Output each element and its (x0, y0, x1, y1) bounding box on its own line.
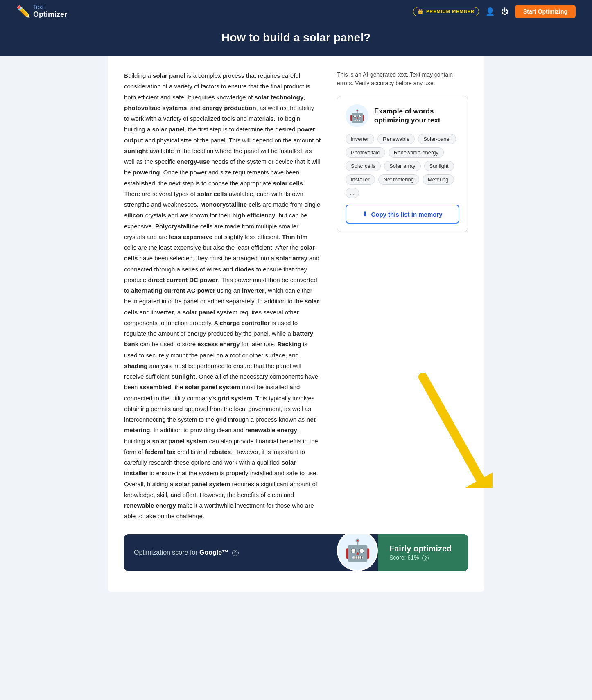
power-icon[interactable]: ⏻ (501, 7, 508, 16)
keyword-box-title: Example of words optimizing your text (374, 107, 459, 125)
optimization-help-icon[interactable]: ? (232, 550, 239, 556)
keyword-tag: Net metering (378, 174, 419, 185)
score-robot-emoji: 🤖 (344, 538, 371, 563)
optimization-score-text: Optimization score for (134, 549, 198, 556)
copy-list-button[interactable]: ⬇ Copy this list in memory (346, 205, 459, 224)
keyword-tag: Inverter (346, 134, 374, 144)
header: ✏️ Text Optimizer 👑 PREMIUM MEMBER 👤 ⏻ S… (0, 0, 592, 23)
score-percent: Score: 61% (389, 554, 419, 561)
keyword-tag: Solar array (384, 161, 421, 171)
google-label: Google™ (199, 549, 228, 556)
page-title-bar: How to build a solar panel? (0, 23, 592, 56)
copy-btn-label: Copy this list in memory (371, 211, 442, 218)
keyword-tags: InverterRenewableSolar-panelPhotovoltaic… (346, 134, 459, 198)
optimization-label: Optimization score for Google™ ? (134, 549, 327, 556)
copy-icon: ⬇ (362, 210, 368, 218)
score-value: Score: 61% ? (389, 554, 456, 561)
score-help-icon[interactable]: ? (422, 555, 429, 561)
score-bar: Optimization score for Google™ ? 🤖 Fairl… (124, 534, 468, 571)
content-grid: Building a solar panel is a complex proc… (124, 70, 468, 522)
score-title: Fairly optimized (389, 544, 456, 553)
keyword-tag: Renewable (377, 134, 415, 144)
robot-emoji: 🤖 (350, 109, 365, 123)
logo-text: Text Optimizer (33, 4, 67, 18)
keyword-tag: Solar-panel (418, 134, 456, 144)
score-robot-avatar: 🤖 (337, 534, 378, 571)
premium-icon: 👑 (418, 9, 424, 14)
keyword-tag-more[interactable]: ... (346, 188, 359, 198)
keyword-tag: Renewable-energy (389, 147, 444, 158)
header-right: 👑 PREMIUM MEMBER 👤 ⏻ Start Optimizing (413, 5, 576, 18)
robot-avatar: 🤖 (346, 104, 368, 127)
user-icon[interactable]: 👤 (486, 7, 495, 16)
keyword-tag: Sunlight (424, 161, 454, 171)
main-container: Building a solar panel is a complex proc… (108, 56, 484, 592)
premium-badge: 👑 PREMIUM MEMBER (413, 7, 479, 16)
logo-line1: Text (33, 4, 67, 10)
logo: ✏️ Text Optimizer (16, 4, 67, 18)
keyword-tag: Photovoltaic (346, 147, 385, 158)
sidebar: This is an AI-generated text. Text may c… (337, 70, 468, 522)
keyword-tag: Metering (423, 174, 454, 185)
keyword-tag: Solar cells (346, 161, 381, 171)
keyword-box-header: 🤖 Example of words optimizing your text (346, 104, 459, 127)
logo-line2: Optimizer (33, 11, 67, 19)
page-title: How to build a solar panel? (0, 31, 592, 44)
ai-notice: This is an AI-generated text. Text may c… (337, 70, 468, 88)
article-text: Building a solar panel is a complex proc… (124, 70, 321, 522)
logo-icon: ✏️ (16, 5, 31, 18)
keyword-box: 🤖 Example of words optimizing your text … (337, 96, 468, 232)
score-bar-left: Optimization score for Google™ ? (124, 542, 337, 564)
score-bar-right: Fairly optimized Score: 61% ? (378, 534, 468, 571)
keyword-tag: Installer (346, 174, 375, 185)
start-optimizing-button[interactable]: Start Optimizing (515, 5, 576, 18)
premium-label: PREMIUM MEMBER (426, 9, 475, 14)
